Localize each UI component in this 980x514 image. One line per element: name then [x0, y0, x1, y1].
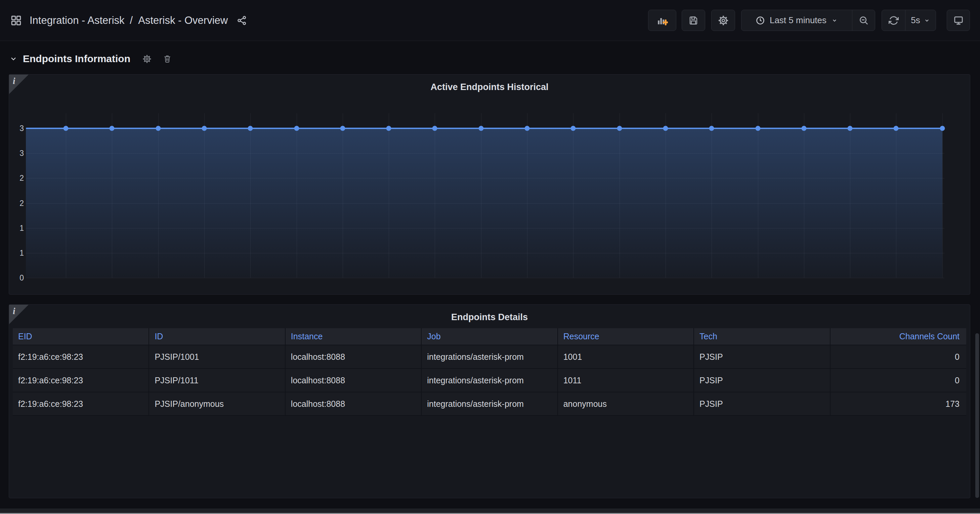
series-area-fill [26, 128, 942, 278]
row-title[interactable]: Endpoints Information [23, 53, 130, 65]
y-gridline [26, 278, 944, 278]
endpoints-table: EIDIDInstanceJobResourceTechChannels Cou… [13, 328, 966, 416]
table-cell: 1001 [558, 345, 694, 369]
caret-down-icon [831, 17, 838, 24]
y-axis-tick-label: 2 [9, 199, 24, 208]
breadcrumb-folder[interactable]: Integration - Asterisk [30, 14, 125, 27]
column-header-job[interactable]: Job [421, 328, 557, 345]
table-cell: PJSIP/1001 [149, 345, 285, 369]
table-cell: 0 [830, 345, 966, 369]
table-cell: localhost:8088 [285, 345, 421, 369]
time-series-plot[interactable]: 332211022:54:3022:54:4522:55:0022:55:152… [26, 113, 944, 278]
table-cell: PJSIP [694, 345, 830, 369]
table-cell: integrations/asterisk-prom [421, 392, 557, 415]
page-scrollbar-thumb[interactable] [975, 333, 979, 498]
refresh-interval-button[interactable]: 5s [905, 10, 935, 30]
column-header-resource[interactable]: Resource [558, 328, 694, 345]
clock-icon [756, 16, 765, 25]
data-point [801, 126, 806, 131]
table-row: f2:19:a6:ce:98:23PJSIP/1001localhost:808… [13, 345, 966, 369]
zoom-out-time-button[interactable] [852, 10, 875, 30]
save-dashboard-button[interactable] [682, 10, 705, 31]
column-header-channels-count[interactable]: Channels Count [830, 328, 966, 345]
table-cell: PJSIP/1011 [149, 369, 285, 392]
y-axis-tick-label: 1 [9, 248, 24, 257]
save-icon [688, 16, 698, 25]
refresh-button[interactable] [882, 10, 905, 30]
refresh-interval-label: 5s [911, 15, 920, 25]
y-axis-tick-label: 3 [9, 124, 24, 133]
caret-down-icon [924, 17, 930, 24]
y-axis-tick-label: 0 [9, 274, 24, 283]
data-point [525, 126, 530, 131]
monitor-icon [953, 16, 964, 25]
column-header-eid[interactable]: EID [13, 328, 149, 345]
table-cell: 173 [830, 392, 966, 415]
data-point [433, 126, 438, 131]
table-cell: localhost:8088 [285, 369, 421, 392]
data-point [755, 126, 760, 131]
time-range-button[interactable]: Last 5 minutes [741, 10, 852, 30]
cycle-view-mode-button[interactable] [947, 10, 970, 31]
time-picker-group: Last 5 minutes [741, 10, 875, 31]
table-header-row: EIDIDInstanceJobResourceTechChannels Cou… [13, 328, 966, 345]
data-point [479, 126, 484, 131]
y-axis-tick-label: 1 [9, 223, 24, 232]
table-cell: integrations/asterisk-prom [421, 369, 557, 392]
window-bottom-bar [0, 509, 980, 513]
time-range-label: Last 5 minutes [770, 15, 826, 25]
column-header-tech[interactable]: Tech [694, 328, 830, 345]
data-point [110, 126, 115, 131]
table-cell: PJSIP/anonymous [149, 392, 285, 415]
data-point [248, 126, 253, 131]
y-axis-tick-label: 2 [9, 174, 24, 183]
data-point [202, 126, 207, 131]
row-delete-trash-icon[interactable] [163, 54, 172, 63]
table-cell: PJSIP [694, 369, 830, 392]
add-panel-button[interactable] [648, 10, 676, 31]
table-row: f2:19:a6:ce:98:23PJSIP/anonymouslocalhos… [13, 392, 966, 415]
data-point [387, 126, 391, 131]
column-header-instance[interactable]: Instance [285, 328, 421, 345]
breadcrumb-dashboard[interactable]: Asterisk - Overview [138, 14, 228, 27]
refresh-group: 5s [881, 10, 936, 31]
table-panel: i Endpoints Details EIDIDInstanceJobReso… [9, 304, 970, 498]
y-axis-tick-label: 3 [9, 149, 24, 158]
data-point [709, 126, 714, 131]
column-header-id[interactable]: ID [149, 328, 285, 345]
table-cell: integrations/asterisk-prom [421, 345, 557, 369]
breadcrumb-separator: / [130, 14, 133, 27]
data-point [894, 126, 899, 131]
data-point [940, 126, 945, 131]
gear-icon [718, 15, 729, 26]
share-icon[interactable] [237, 15, 247, 26]
table-cell: localhost:8088 [285, 392, 421, 415]
table-cell: anonymous [558, 392, 694, 415]
table-cell: f2:19:a6:ce:98:23 [13, 392, 149, 415]
table-cell: 0 [830, 369, 966, 392]
table-row: f2:19:a6:ce:98:23PJSIP/1011localhost:808… [13, 369, 966, 392]
chevron-down-icon[interactable] [10, 55, 18, 63]
zoom-out-icon [859, 16, 869, 25]
table-cell: f2:19:a6:ce:98:23 [13, 345, 149, 369]
add-panel-icon [657, 15, 668, 26]
data-point [294, 126, 299, 131]
table-cell: 1011 [558, 369, 694, 392]
table-body: f2:19:a6:ce:98:23PJSIP/1001localhost:808… [13, 345, 966, 415]
data-point [340, 126, 345, 131]
top-nav-bar: Integration - Asterisk / Asterisk - Over… [0, 0, 980, 41]
dashboard-settings-button[interactable] [711, 10, 735, 31]
dashboard-row-header: Endpoints Information [10, 49, 172, 68]
data-point [156, 126, 161, 131]
data-point [571, 126, 576, 131]
breadcrumb: Integration - Asterisk / Asterisk - Over… [30, 14, 228, 27]
row-settings-gear-icon[interactable] [142, 54, 151, 64]
data-point [617, 126, 622, 131]
endpoints-table-wrap: EIDIDInstanceJobResourceTechChannels Cou… [13, 328, 966, 416]
apps-grid-icon[interactable] [10, 14, 22, 27]
data-point [64, 126, 68, 131]
table-panel-title[interactable]: Endpoints Details [9, 312, 970, 323]
chart-panel: i Active Endpoints Historical 332211022:… [9, 74, 970, 294]
data-point [663, 126, 668, 131]
chart-panel-title[interactable]: Active Endpoints Historical [9, 82, 970, 92]
